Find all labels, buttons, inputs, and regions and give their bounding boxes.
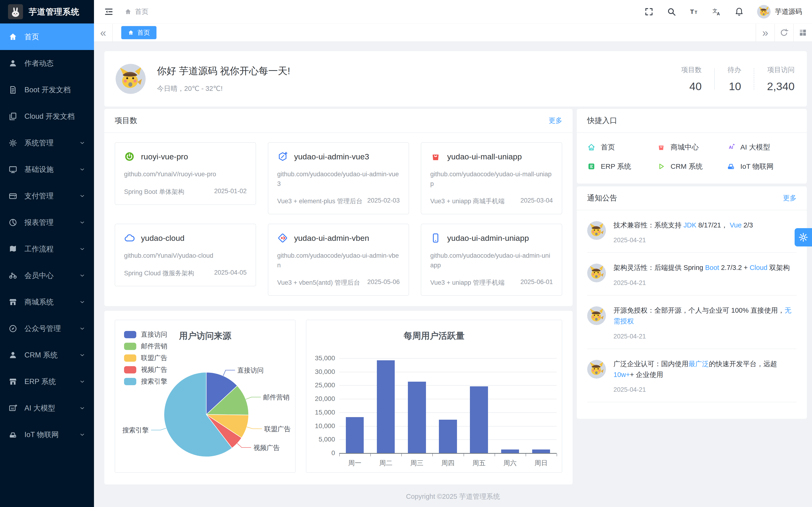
projects-grid: ruoyi-vue-progithub.com/YunaiV/ruoyi-vue… xyxy=(104,133,572,306)
legend-item[interactable]: 直接访问 xyxy=(124,329,167,340)
fullscreen-icon[interactable] xyxy=(644,7,654,16)
notice-title: 技术兼容性：系统支持 JDK 8/17/21， Vue 2/3 xyxy=(613,220,797,230)
chevron-down-icon xyxy=(79,432,86,438)
sidebar-item-label: 公众号管理 xyxy=(24,324,61,334)
sidebar-item-report[interactable]: 报表管理 xyxy=(0,209,94,236)
search-icon[interactable] xyxy=(667,7,676,16)
notice-title: 开源免授权：全部开源，个人与企业可 100% 直接使用，无需授权 xyxy=(613,305,797,327)
quick-entry-mall[interactable]: 商城中心 xyxy=(657,139,727,155)
sidebar-item-home[interactable]: 首页 xyxy=(0,23,94,50)
projects-more-link[interactable]: 更多 xyxy=(549,116,562,125)
breadcrumb-label: 首页 xyxy=(135,7,149,16)
pie-icon xyxy=(8,218,17,227)
notice-item[interactable]: 广泛企业认可：国内使用最广泛的快速开发平台，远超 10w++ 企业使用2025-… xyxy=(587,349,797,402)
x-axis-label: 周六 xyxy=(495,459,525,467)
sidebar-item-mp[interactable]: 公众号管理 xyxy=(0,315,94,342)
sidebar-item-cloud-docs[interactable]: Cloud 开发文档 xyxy=(0,103,94,129)
iot-icon xyxy=(8,430,17,439)
stat-value: 40 xyxy=(681,80,702,93)
notice-item[interactable]: 技术兼容性：系统支持 JDK 8/17/21， Vue 2/32025-04-2… xyxy=(587,210,797,253)
project-date: 2025-02-03 xyxy=(367,197,400,205)
project-card[interactable]: yudao-cloudgithub.com/YunaiV/yudao-cloud… xyxy=(115,224,256,286)
home-outline-icon xyxy=(587,143,596,151)
legend-item[interactable]: 邮件营销 xyxy=(124,340,167,352)
bar[interactable] xyxy=(439,420,457,453)
chevron-down-icon xyxy=(79,405,86,411)
notice-item[interactable]: 架构灵活性：后端提供 Spring Boot 2.7/3.2 + Cloud 双… xyxy=(587,253,797,295)
welcome-card: 你好 芋道源码 祝你开心每一天! 今日晴，20℃ - 32℃! 项目数40待办1… xyxy=(104,51,807,107)
notices-card: 通知公告 更多 技术兼容性：系统支持 JDK 8/17/21， Vue 2/32… xyxy=(577,186,807,419)
notifications-bell-icon[interactable] xyxy=(734,7,744,16)
tabs-scroll-left-button[interactable]: « xyxy=(94,24,113,42)
quick-entry-title: 快捷入口 xyxy=(587,115,617,126)
sidebar: 芋道管理系统 首页作者动态Boot 开发文档Cloud 开发文档系统管理基础设施… xyxy=(0,0,94,507)
chevron-down-icon xyxy=(79,272,86,279)
project-card[interactable]: yudao-ui-admin-vbengithub.com/yudaocode/… xyxy=(268,224,409,296)
tabs-scroll-right-button[interactable]: » xyxy=(756,24,774,42)
sidebar-item-crm[interactable]: CRM 系统 xyxy=(0,342,94,368)
bar[interactable] xyxy=(532,449,550,453)
sidebar-item-infra[interactable]: 基础设施 xyxy=(0,156,94,183)
tab-actions: » xyxy=(756,24,812,42)
notice-avatar xyxy=(587,360,606,379)
sidebar-item-mall[interactable]: 商城系统 xyxy=(0,289,94,315)
quick-entry-iot[interactable]: IoT 物联网 xyxy=(727,159,797,174)
cloud-icon xyxy=(124,233,135,243)
sidebar-item-erp[interactable]: ERP 系统 xyxy=(0,368,94,395)
bar[interactable] xyxy=(408,382,426,453)
svg-text:视频广告: 视频广告 xyxy=(254,444,280,451)
tab-layout-button[interactable] xyxy=(793,24,812,42)
sidebar-item-iot[interactable]: IoT 物联网 xyxy=(0,421,94,448)
quick-entry-card: 快捷入口 首页商城中心AIAI 大模型ERP 系统CRM 系统IoT 物联网 xyxy=(577,109,807,183)
sidebar-item-system[interactable]: 系统管理 xyxy=(0,129,94,156)
copy-icon xyxy=(8,112,17,121)
welcome-weather: 今日晴，20℃ - 32℃! xyxy=(157,84,290,94)
welcome-avatar xyxy=(116,64,146,94)
bar-chart-panel: 每周用户活跃量05,00010,00015,00020,00025,00030,… xyxy=(306,320,562,473)
legend-item[interactable]: 视频广告 xyxy=(124,364,167,376)
welcome-stat: 待办10 xyxy=(715,65,754,93)
project-card[interactable]: ruoyi-vue-progithub.com/YunaiV/ruoyi-vue… xyxy=(115,142,256,205)
language-icon[interactable]: 文A xyxy=(712,7,721,16)
project-url: github.com/YunaiV/yudao-cloud xyxy=(124,251,247,261)
notice-item[interactable]: 开源免授权：全部开源，个人与企业可 100% 直接使用，无需授权2025-04-… xyxy=(587,295,797,349)
refresh-tab-button[interactable] xyxy=(774,24,793,42)
svg-text:AI: AI xyxy=(729,145,733,150)
chevron-down-icon xyxy=(79,378,86,385)
project-card[interactable]: yudao-ui-admin-uniappgithub.com/yudaocod… xyxy=(421,224,562,296)
legend-item[interactable]: 联盟广告 xyxy=(124,352,167,364)
user-menu[interactable]: 芋道源码 xyxy=(757,5,802,18)
sidebar-item-ai[interactable]: AIAI 大模型 xyxy=(0,395,94,421)
quick-entry-crm[interactable]: CRM 系统 xyxy=(657,159,727,174)
legend-label: 直接访问 xyxy=(141,330,167,339)
project-card[interactable]: yudao-ui-admin-vue3github.com/yudaocode/… xyxy=(268,142,409,214)
app-logo[interactable]: 芋道管理系统 xyxy=(0,0,94,23)
bar[interactable] xyxy=(377,360,395,453)
svg-text:T: T xyxy=(690,8,694,15)
sidebar-item-member[interactable]: 会员中心 xyxy=(0,262,94,289)
bar[interactable] xyxy=(470,386,488,453)
notices-more-link[interactable]: 更多 xyxy=(783,193,797,203)
notice-date: 2025-04-21 xyxy=(613,237,797,244)
quick-entry-ai[interactable]: AIAI 大模型 xyxy=(727,139,797,155)
font-size-icon[interactable]: TT xyxy=(689,7,699,16)
legend-item[interactable]: 搜索引擎 xyxy=(124,376,167,387)
x-axis-tick xyxy=(525,453,526,456)
bar[interactable] xyxy=(346,417,364,453)
project-desc: Vue3 + vben5(antd) 管理后台 xyxy=(277,278,367,287)
collapse-sidebar-button[interactable] xyxy=(104,7,114,17)
quick-entry-erp[interactable]: ERP 系统 xyxy=(587,159,657,174)
sidebar-item-payment[interactable]: 支付管理 xyxy=(0,183,94,209)
grid-line xyxy=(339,385,557,386)
bar[interactable] xyxy=(501,449,519,453)
sidebar-item-boot-docs[interactable]: Boot 开发文档 xyxy=(0,76,94,103)
quick-entry-home[interactable]: 首页 xyxy=(587,139,657,155)
tab-home[interactable]: 首页 xyxy=(121,26,156,39)
footer-copyright: Copyright ©2025 芋道管理系统 xyxy=(94,492,812,501)
project-card[interactable]: yudao-ui-mall-uniappgithub.com/yudaocode… xyxy=(421,142,562,214)
sidebar-item-author-news[interactable]: 作者动态 xyxy=(0,50,94,76)
user-name: 芋道源码 xyxy=(775,7,802,16)
notice-date: 2025-04-21 xyxy=(613,386,797,393)
settings-fab-button[interactable] xyxy=(795,228,812,246)
sidebar-item-workflow[interactable]: 工作流程 xyxy=(0,236,94,262)
